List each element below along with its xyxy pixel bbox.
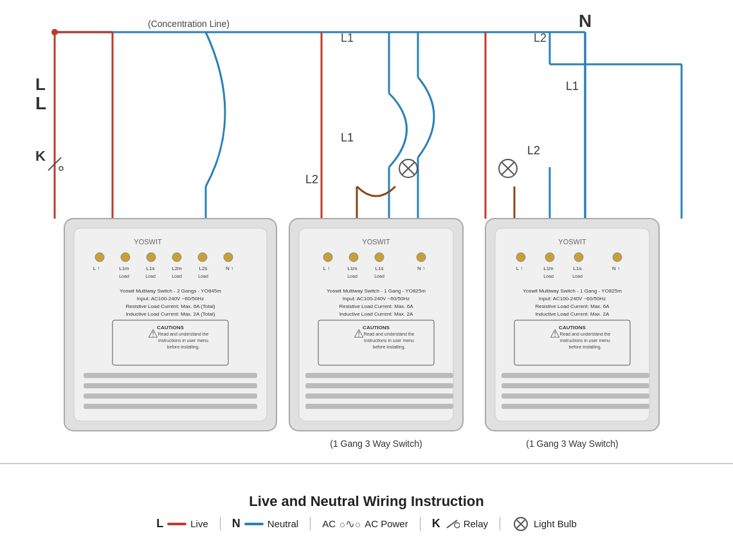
svg-text:L1m: L1m bbox=[119, 266, 129, 271]
legend-live: L Live bbox=[145, 517, 221, 530]
svg-text:L2: L2 bbox=[534, 32, 547, 44]
legend-neutral-label: Neutral bbox=[267, 518, 298, 529]
svg-rect-95 bbox=[305, 404, 453, 409]
svg-text:⚠: ⚠ bbox=[354, 327, 364, 340]
legend-l-letter: L bbox=[156, 517, 163, 530]
svg-point-100 bbox=[516, 253, 525, 262]
svg-text:L: L bbox=[35, 75, 46, 94]
svg-text:Load: Load bbox=[172, 274, 182, 278]
svg-text:Yoswit Multiway Switch - 1 Gan: Yoswit Multiway Switch - 1 Gang - YO825m bbox=[327, 288, 426, 294]
svg-text:Inductive Load Current: Max. 2: Inductive Load Current: Max. 2A (Total) bbox=[126, 311, 215, 317]
legend-neutral: N Neutral bbox=[221, 517, 311, 530]
svg-text:⚠: ⚠ bbox=[148, 327, 158, 340]
svg-text:L1m: L1m bbox=[543, 266, 554, 271]
svg-text:N ↑: N ↑ bbox=[417, 266, 425, 271]
svg-point-125 bbox=[51, 29, 58, 35]
svg-point-40 bbox=[121, 253, 130, 262]
svg-point-74 bbox=[375, 253, 384, 262]
legend-neutral-line bbox=[244, 523, 264, 525]
legend-live-label: Live bbox=[190, 518, 208, 529]
svg-rect-122 bbox=[502, 393, 649, 399]
svg-point-44 bbox=[224, 253, 233, 262]
legend-ac-label: AC bbox=[322, 518, 336, 529]
svg-text:K: K bbox=[35, 148, 46, 164]
svg-text:L1m: L1m bbox=[347, 266, 357, 271]
svg-text:L2: L2 bbox=[305, 173, 318, 186]
legend-area: Live and Neutral Wiring Instruction L Li… bbox=[0, 463, 733, 560]
svg-point-103 bbox=[613, 253, 622, 262]
svg-text:Input: AC100-240V ~60/50Hz: Input: AC100-240V ~60/50Hz bbox=[343, 296, 410, 302]
svg-point-101 bbox=[545, 253, 554, 262]
svg-text:L2: L2 bbox=[527, 144, 540, 157]
svg-text:Read and understand the: Read and understand the bbox=[158, 332, 208, 336]
svg-text:L1: L1 bbox=[566, 80, 579, 93]
svg-text:L1: L1 bbox=[341, 32, 354, 44]
svg-rect-68 bbox=[84, 404, 257, 409]
svg-point-72 bbox=[323, 253, 332, 262]
svg-text:Resistive Load Current: Max. 6: Resistive Load Current: Max. 6A bbox=[535, 303, 610, 309]
svg-rect-92 bbox=[305, 373, 453, 378]
svg-text:CAUTIONS: CAUTIONS bbox=[559, 325, 586, 330]
svg-text:Read and understand the: Read and understand the bbox=[363, 332, 414, 336]
svg-rect-121 bbox=[502, 383, 649, 388]
svg-text:Load: Load bbox=[572, 274, 583, 278]
svg-text:Load: Load bbox=[119, 274, 129, 278]
legend-relay-label: Relay bbox=[464, 518, 488, 529]
svg-text:L2s: L2s bbox=[199, 266, 208, 271]
svg-text:Read and understand the: Read and understand the bbox=[559, 332, 610, 336]
svg-text:⚠: ⚠ bbox=[550, 327, 560, 340]
legend-ac-text: AC Power bbox=[365, 518, 408, 529]
svg-text:N: N bbox=[579, 11, 592, 31]
svg-text:Yoswit Multiway Switch - 1 Gan: Yoswit Multiway Switch - 1 Gang - YO825m bbox=[523, 288, 622, 294]
svg-text:L1s: L1s bbox=[574, 266, 582, 271]
svg-text:CAUTIONS: CAUTIONS bbox=[157, 325, 184, 330]
legend-ac-symbol: ○∿○ bbox=[339, 517, 361, 531]
svg-text:Resistive Load Current: Max. 6: Resistive Load Current: Max. 6A (Total) bbox=[125, 303, 215, 309]
svg-rect-65 bbox=[84, 373, 257, 378]
svg-text:L ↑: L ↑ bbox=[516, 266, 523, 271]
svg-rect-67 bbox=[84, 393, 257, 399]
svg-text:Yoswit Multiway Switch - 2 Gan: Yoswit Multiway Switch - 2 Gangs - YO845… bbox=[120, 288, 221, 294]
svg-text:L ↑: L ↑ bbox=[93, 266, 100, 271]
svg-text:L: L bbox=[35, 93, 46, 113]
svg-text:CAUTIONS: CAUTIONS bbox=[363, 325, 390, 330]
svg-point-41 bbox=[147, 253, 156, 262]
svg-rect-66 bbox=[84, 383, 257, 388]
svg-point-43 bbox=[198, 253, 207, 262]
svg-point-75 bbox=[417, 253, 426, 262]
svg-text:Input: AC100-240V ~60/50Hz: Input: AC100-240V ~60/50Hz bbox=[137, 296, 204, 302]
svg-text:Load: Load bbox=[543, 274, 554, 278]
legend-live-line bbox=[167, 523, 186, 525]
svg-text:(1 Gang 3 Way Switch): (1 Gang 3 Way Switch) bbox=[330, 438, 422, 449]
legend-bulb: Light Bulb bbox=[500, 516, 588, 532]
svg-rect-120 bbox=[502, 373, 649, 378]
svg-text:N ↑: N ↑ bbox=[612, 266, 620, 271]
svg-text:Load: Load bbox=[145, 274, 156, 278]
svg-text:instructions in user menu: instructions in user menu bbox=[560, 338, 610, 343]
bulb-symbol-icon bbox=[512, 516, 530, 532]
legend-n-letter: N bbox=[232, 517, 240, 530]
svg-point-102 bbox=[574, 253, 583, 262]
svg-text:Load: Load bbox=[198, 274, 208, 278]
svg-text:L ↑: L ↑ bbox=[323, 266, 330, 271]
svg-text:Input: AC100-240V ~60/50Hz: Input: AC100-240V ~60/50Hz bbox=[539, 296, 606, 302]
svg-text:before installing.: before installing. bbox=[569, 345, 602, 350]
svg-text:before installing.: before installing. bbox=[373, 345, 406, 350]
svg-text:L1s: L1s bbox=[147, 266, 155, 271]
svg-text:Load: Load bbox=[374, 274, 385, 278]
relay-symbol-icon bbox=[444, 518, 460, 530]
svg-text:Inductive Load Current: Max. 2: Inductive Load Current: Max. 2A bbox=[536, 311, 610, 317]
svg-text:(1 Gang 3 Way Switch): (1 Gang 3 Way Switch) bbox=[526, 438, 618, 449]
svg-rect-93 bbox=[305, 383, 453, 388]
legend-bulb-label: Light Bulb bbox=[534, 518, 577, 529]
svg-text:YOSWIT: YOSWIT bbox=[558, 238, 586, 246]
svg-text:L1s: L1s bbox=[376, 266, 384, 271]
svg-text:(Concentration Line): (Concentration Line) bbox=[148, 19, 230, 29]
legend-title: Live and Neutral Wiring Instruction bbox=[249, 493, 484, 510]
svg-point-39 bbox=[95, 253, 104, 262]
legend-ac: AC ○∿○ AC Power bbox=[311, 517, 421, 531]
svg-text:L2m: L2m bbox=[172, 266, 182, 271]
svg-text:YOSWIT: YOSWIT bbox=[362, 238, 390, 246]
legend-items: L Live N Neutral AC ○∿○ AC Power K Relay bbox=[145, 516, 588, 532]
svg-text:Resistive Load Current: Max. 6: Resistive Load Current: Max. 6A bbox=[339, 303, 413, 309]
